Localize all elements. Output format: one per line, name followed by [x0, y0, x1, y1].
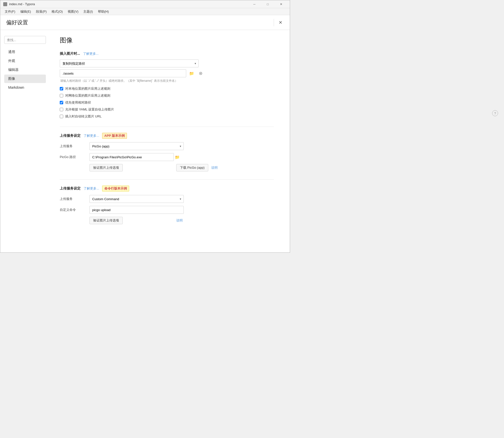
menu-view[interactable]: 视图(V) — [65, 8, 81, 15]
menubar: 文件(F) 编辑(E) 段落(P) 格式(O) 视图(V) 主题(I) 帮助(H… — [0, 8, 290, 15]
menu-theme[interactable]: 主题(I) — [81, 8, 95, 15]
upload-app-header: 上传服务设定 了解更多... APP 版本示例 — [60, 133, 274, 139]
checkbox-row-2: 对网络位置的图片应用上述规则 — [60, 93, 274, 98]
prefs-body: 通用 外观 编辑器 图像 Markdown 图像 插入图片时... 了解更多..… — [0, 30, 290, 252]
close-button[interactable]: ✕ — [275, 0, 287, 8]
divider-2 — [60, 179, 274, 180]
prefs-title: 偏好设置 — [6, 19, 28, 26]
checkbox-relative-path[interactable] — [60, 101, 63, 104]
app-explain-link[interactable]: 说明 — [211, 165, 218, 170]
checkbox-local-label: 对本地位置的图片应用上述规则 — [65, 86, 110, 91]
checkbox-yaml[interactable] — [60, 108, 63, 111]
titlebar: index.md - Typora ─ □ ✕ — [0, 0, 290, 8]
app-buttons-row: 验证图片上传选项 下载 PicGo (app) 说明 — [89, 164, 274, 171]
cmd-verify-button[interactable]: 验证图片上传选项 — [89, 217, 123, 224]
sidebar-item-editor[interactable]: 编辑器 — [4, 66, 46, 74]
app-service-dropdown[interactable]: PicGo (app) PicGo-Core (command line) Cu… — [89, 142, 184, 150]
checkbox-escape-url[interactable] — [60, 115, 63, 118]
insert-section-header: 插入图片时... 了解更多... — [60, 52, 274, 56]
upload-app-section: 上传服务设定 了解更多... APP 版本示例 上传服务 PicGo (app)… — [60, 133, 274, 171]
upload-cmd-section: 上传服务设定 了解更多... 命令行版本示例 上传服务 PicGo (app) … — [60, 186, 274, 224]
checkbox-row-5: 插入时自动转义图片 URL — [60, 114, 274, 119]
app-service-row: 上传服务 PicGo (app) PicGo-Core (command lin… — [60, 142, 274, 150]
checkbox-network[interactable] — [60, 94, 63, 97]
checkbox-network-label: 对网络位置的图片应用上述规则 — [65, 93, 110, 98]
cmd-service-row: 上传服务 PicGo (app) PicGo-Core (command lin… — [60, 195, 274, 203]
menu-help[interactable]: 帮助(H) — [95, 8, 111, 15]
checkbox-row-4: 允许根据 YAML 设置自动上传图片 — [60, 107, 274, 112]
cmd-badge: 命令行版本示例 — [102, 186, 129, 192]
path-input[interactable] — [60, 69, 186, 77]
menu-paragraph[interactable]: 段落(P) — [33, 8, 49, 15]
main-content: 图像 插入图片时... 了解更多... 复制到指定路径 无特殊操作 移动到指定路… — [50, 36, 284, 246]
browse-folder-button[interactable]: 📁 — [188, 70, 195, 77]
app-badge: APP 版本示例 — [102, 133, 127, 139]
prefs-header: 偏好设置 ✕ — [0, 15, 290, 30]
sidebar: 通用 外观 编辑器 图像 Markdown — [0, 36, 50, 246]
insert-section: 插入图片时... 了解更多... 复制到指定路径 无特殊操作 移动到指定路径 上… — [60, 52, 274, 119]
divider-1 — [60, 127, 274, 127]
titlebar-title: index.md - Typora — [9, 2, 35, 6]
cmd-service-label: 上传服务 — [60, 197, 89, 201]
upload-cmd-header: 上传服务设定 了解更多... 命令行版本示例 — [60, 186, 274, 192]
app-path-input[interactable] — [89, 153, 174, 161]
page-title: 图像 — [60, 36, 274, 45]
upload-app-label: 上传服务设定 — [60, 134, 81, 138]
prefs-close-button[interactable]: ✕ — [277, 19, 284, 26]
cmd-custom-row: 自定义命令 — [60, 206, 274, 214]
minimize-button[interactable]: ─ — [249, 0, 260, 8]
main-window: index.md - Typora ─ □ ✕ 文件(F) 编辑(E) 段落(P… — [0, 0, 290, 253]
cmd-custom-label: 自定义命令 — [60, 208, 89, 212]
app-service-label: 上传服务 — [60, 144, 89, 148]
menu-edit[interactable]: 编辑(E) — [18, 8, 33, 15]
checkbox-yaml-label: 允许根据 YAML 设置自动上传图片 — [65, 107, 114, 112]
app-service-dropdown-wrapper: PicGo (app) PicGo-Core (command line) Cu… — [89, 142, 184, 150]
insert-action-dropdown[interactable]: 复制到指定路径 无特殊操作 移动到指定路径 上传图片 — [60, 59, 199, 67]
app-verify-button[interactable]: 验证图片上传选项 — [89, 164, 123, 171]
titlebar-left: index.md - Typora — [3, 2, 35, 6]
sidebar-item-general[interactable]: 通用 — [4, 48, 46, 56]
app-icon — [3, 2, 7, 6]
cmd-explain-link[interactable]: 说明 — [176, 218, 183, 223]
insert-label: 插入图片时... — [60, 52, 80, 56]
maximize-button[interactable]: □ — [262, 0, 273, 8]
menu-format[interactable]: 格式(O) — [49, 8, 65, 15]
checkbox-escape-url-label: 插入时自动转义图片 URL — [65, 114, 102, 119]
app-path-row: PicGo 路径 📁 — [60, 153, 274, 161]
sidebar-item-markdown[interactable]: Markdown — [4, 83, 46, 91]
checkbox-relative-path-label: 优先使用相对路径 — [65, 100, 91, 105]
cmd-custom-input[interactable] — [89, 206, 184, 214]
checkbox-local[interactable] — [60, 87, 63, 90]
cmd-service-dropdown-wrapper: PicGo (app) PicGo-Core (command line) Cu… — [89, 195, 184, 203]
clear-path-button[interactable]: ⊗ — [197, 70, 204, 77]
app-browse-button[interactable]: 📁 — [174, 154, 181, 161]
path-hint: 请输入相对路径（以 './' 或 '../' 开头）或绝对路径。（其中 `${f… — [60, 79, 274, 83]
sidebar-item-image[interactable]: 图像 — [4, 75, 46, 83]
insert-dropdown-row: 复制到指定路径 无特殊操作 移动到指定路径 上传图片 ▼ — [60, 59, 274, 67]
cmd-service-dropdown[interactable]: PicGo (app) PicGo-Core (command line) Cu… — [89, 195, 184, 203]
path-input-row: 📁 ⊗ — [60, 69, 274, 77]
upload-app-learn-more-link[interactable]: 了解更多... — [84, 134, 99, 138]
checkbox-row-3: 优先使用相对路径 — [60, 100, 274, 105]
app-path-label: PicGo 路径 — [60, 155, 89, 159]
insert-learn-more-link[interactable]: 了解更多... — [83, 52, 99, 56]
menu-file[interactable]: 文件(F) — [2, 8, 18, 15]
titlebar-controls: ─ □ ✕ — [249, 0, 287, 8]
insert-dropdown-wrapper: 复制到指定路径 无特殊操作 移动到指定路径 上传图片 ▼ — [60, 59, 199, 67]
app-download-button[interactable]: 下载 PicGo (app) — [176, 164, 208, 171]
checkbox-row-1: 对本地位置的图片应用上述规则 — [60, 86, 274, 91]
cmd-buttons-row: 验证图片上传选项 说明 — [89, 217, 274, 224]
sidebar-item-appearance[interactable]: 外观 — [4, 57, 46, 65]
upload-cmd-label: 上传服务设定 — [60, 186, 81, 191]
upload-cmd-learn-more-link[interactable]: 了解更多... — [84, 186, 99, 191]
search-input[interactable] — [4, 36, 46, 44]
